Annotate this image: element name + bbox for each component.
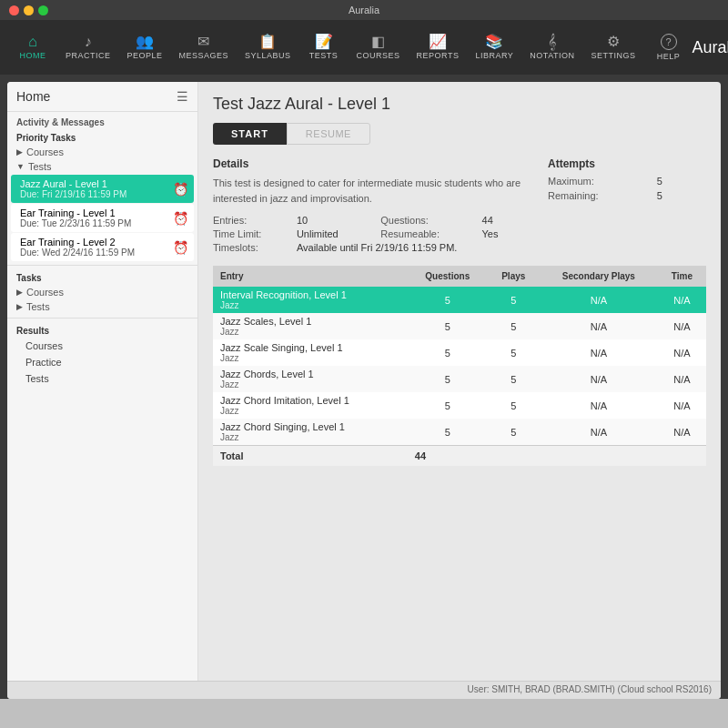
nav-item-library[interactable]: 📚 LIBRARY <box>468 31 521 64</box>
nav-label-library: LIBRARY <box>475 51 513 60</box>
nav-item-tests[interactable]: 📝 TESTS <box>300 31 348 64</box>
sidebar-activity-label: Activity & Messages <box>7 112 197 129</box>
remaining-label: Remaining: <box>548 190 642 201</box>
entry-plays: 5 <box>488 313 540 339</box>
table-row[interactable]: Jazz Scale Singing, Level 1 Jazz 5 5 N/A… <box>213 339 706 366</box>
sidebar-expandable-tests[interactable]: ▼ Tests <box>7 159 197 174</box>
details-description: This test is designed to cater for inter… <box>213 176 530 206</box>
sidebar-overdue-item-2[interactable]: Ear Training - Level 2 Due: Wed 2/24/16 … <box>11 233 194 261</box>
nav-item-syllabus[interactable]: 📋 SYLLABUS <box>238 31 298 64</box>
details-grid: Entries: 10 Questions: 44 Time Limit: Un… <box>213 215 530 253</box>
sidebar-results-title: Results <box>7 322 197 338</box>
sidebar-results-practice[interactable]: Practice <box>7 354 197 370</box>
sidebar-tasks-courses-label: Courses <box>26 287 64 298</box>
sidebar-active-item-name: Jazz Aural - Level 1 <box>20 178 173 189</box>
entry-time: N/A <box>658 339 706 366</box>
alert-icon-2: ⏰ <box>173 240 188 255</box>
sidebar-tests-label: Tests <box>28 161 52 172</box>
resume-button[interactable]: RESUME <box>287 123 370 145</box>
minimize-button[interactable] <box>24 5 34 15</box>
sidebar-results-courses[interactable]: Courses <box>7 338 197 354</box>
entry-name-cell: Jazz Chords, Level 1 Jazz <box>213 366 408 392</box>
nav-label-help: HELP <box>657 52 681 61</box>
sidebar-results-tests[interactable]: Tests <box>7 370 197 387</box>
table-row[interactable]: Jazz Scales, Level 1 Jazz 5 5 N/A N/A <box>213 313 706 339</box>
entry-plays: 5 <box>488 287 540 313</box>
chevron-right-icon-2: ▶ <box>16 288 23 297</box>
sidebar-expandable-courses[interactable]: ▶ Courses <box>7 145 197 159</box>
attempts-box: Attempts Maximum: 5 Remaining: 5 <box>548 157 706 253</box>
maximum-label: Maximum: <box>548 176 642 187</box>
entry-questions: 5 <box>408 313 488 339</box>
entry-secondary: N/A <box>540 366 658 392</box>
time-limit-label: Time Limit: <box>213 228 286 239</box>
maximize-button[interactable] <box>38 5 48 15</box>
sidebar-overdue-item-1[interactable]: Ear Training - Level 1 Due: Tue 2/23/16 … <box>11 204 194 232</box>
entry-secondary: N/A <box>540 339 658 366</box>
entry-questions: 5 <box>408 287 488 313</box>
close-button[interactable] <box>9 5 19 15</box>
nav-label-reports: REPORTS <box>417 51 460 60</box>
attempts-title: Attempts <box>548 157 706 170</box>
table-row[interactable]: Jazz Chords, Level 1 Jazz 5 5 N/A N/A <box>213 366 706 392</box>
brand-logo: Auralia 5 🌀 <box>693 36 729 58</box>
sidebar-active-item-due: Due: Fri 2/19/16 11:59 PM <box>20 189 173 199</box>
sidebar-active-item[interactable]: Jazz Aural - Level 1 Due: Fri 2/19/16 11… <box>11 175 194 203</box>
nav-items: ⌂ HOME ♪ PRACTICE 👥 PEOPLE ✉ MESSAGES 📋 … <box>9 30 693 65</box>
nav-item-home[interactable]: ⌂ HOME <box>9 31 56 64</box>
nav-item-reports[interactable]: 📈 REPORTS <box>410 31 467 64</box>
entry-questions: 5 <box>408 392 488 419</box>
entry-time: N/A <box>658 287 706 313</box>
sidebar-active-item-text: Jazz Aural - Level 1 Due: Fri 2/19/16 11… <box>20 178 173 199</box>
table-row[interactable]: Jazz Chord Singing, Level 1 Jazz 5 5 N/A… <box>213 419 706 446</box>
nav-item-settings[interactable]: ⚙ SETTINGS <box>583 31 642 64</box>
sidebar-overdue-item-2-due: Due: Wed 2/24/16 11:59 PM <box>20 248 173 258</box>
main-content: Test Jazz Aural - Level 1 START RESUME D… <box>198 82 721 681</box>
nav-item-courses[interactable]: ◧ COURSES <box>349 31 408 64</box>
total-questions: 44 <box>408 446 488 467</box>
nav-item-practice[interactable]: ♪ PRACTICE <box>58 31 118 64</box>
nav-label-settings: SETTINGS <box>591 51 635 60</box>
sidebar-overdue-item-2-text: Ear Training - Level 2 Due: Wed 2/24/16 … <box>20 237 173 258</box>
nav-label-practice: PRACTICE <box>66 51 111 60</box>
nav-label-syllabus: SYLLABUS <box>245 51 291 60</box>
entries-label: Entries: <box>213 215 286 226</box>
sidebar-menu-icon[interactable]: ☰ <box>177 89 188 104</box>
window-controls <box>9 5 48 15</box>
sidebar-priority-title: Priority Tasks <box>7 129 197 145</box>
tests-icon: 📝 <box>315 35 333 49</box>
nav-label-people: PEOPLE <box>127 51 163 60</box>
nav-item-messages[interactable]: ✉ MESSAGES <box>172 31 237 64</box>
nav-item-notation[interactable]: 𝄞 NOTATION <box>522 31 581 64</box>
entry-plays: 5 <box>488 366 540 392</box>
chevron-down-icon: ▼ <box>16 162 25 171</box>
entry-plays: 5 <box>488 392 540 419</box>
entry-questions: 5 <box>408 366 488 392</box>
page-title: Test Jazz Aural - Level 1 <box>213 95 706 114</box>
questions-value: 44 <box>482 215 530 226</box>
time-limit-value: Unlimited <box>297 228 369 239</box>
nav-item-people[interactable]: 👥 PEOPLE <box>120 31 170 64</box>
entry-plays: 5 <box>488 419 540 446</box>
alarm-icon: ⏰ <box>173 182 188 197</box>
col-plays: Plays <box>488 266 540 287</box>
sidebar: Home ☰ Activity & Messages Priority Task… <box>7 82 198 681</box>
entry-questions: 5 <box>408 419 488 446</box>
nav-label-notation: NOTATION <box>530 51 574 60</box>
entry-time: N/A <box>658 419 706 446</box>
remaining-value: 5 <box>657 190 706 201</box>
sidebar-tasks-tests[interactable]: ▶ Tests <box>7 299 197 314</box>
table-row[interactable]: Interval Recognition, Level 1 Jazz 5 5 N… <box>213 287 706 313</box>
entry-time: N/A <box>658 313 706 339</box>
details-box: Details This test is designed to cater f… <box>213 157 530 253</box>
entry-name-cell: Jazz Scales, Level 1 Jazz <box>213 313 408 339</box>
entry-secondary: N/A <box>540 287 658 313</box>
sidebar-tasks-courses[interactable]: ▶ Courses <box>7 285 197 299</box>
start-button[interactable]: START <box>213 123 287 145</box>
entry-time: N/A <box>658 392 706 419</box>
nav-item-help[interactable]: ? HELP <box>645 30 693 65</box>
entry-time: N/A <box>658 366 706 392</box>
sidebar-tasks-title: Tasks <box>7 269 197 285</box>
timeslots-value: Available until Fri 2/19/16 11:59 PM. <box>297 242 530 253</box>
table-row[interactable]: Jazz Chord Imitation, Level 1 Jazz 5 5 N… <box>213 392 706 419</box>
